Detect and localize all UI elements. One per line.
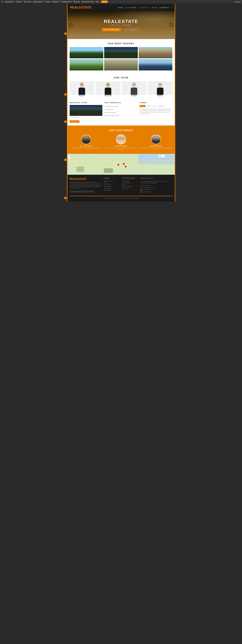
individual-level-title: INDIVIDUAL LEVEL (70, 102, 103, 104)
social-icon-stumble[interactable]: s (89, 190, 91, 193)
admin-link-people[interactable]: People (45, 1, 50, 3)
footer-pages-col: PAGES Additional Information Elements He… (104, 178, 120, 194)
nav-elements[interactable]: ELEMENTS (159, 7, 169, 8)
footer-page-0[interactable]: Additional Information (104, 180, 120, 182)
admin-link-reports[interactable]: Reports (74, 1, 80, 3)
social-icon-google[interactable]: g (83, 190, 85, 193)
admin-link-modules[interactable]: Modules (52, 1, 59, 3)
hero-next-arrow[interactable]: › (170, 23, 173, 27)
social-icon-twitter[interactable]: t (72, 190, 75, 193)
footer-page-4[interactable]: Nr. of Buildings (104, 188, 120, 189)
team-member-3: HENRY AGENT (148, 81, 172, 97)
nav-home[interactable]: HOME (118, 7, 123, 8)
house-card-6[interactable] (139, 59, 172, 70)
customer-avatar-1 (116, 134, 126, 144)
admin-link-advanced-help[interactable]: Advanced help (82, 1, 94, 3)
left-marker-3 (64, 120, 67, 123)
lorem-title: LOREM (140, 102, 172, 104)
footer-about-col: REALESTATE Sed ut perspiciatis unde omni… (70, 178, 102, 194)
footer-copyright: Copyright 2015. Template Design © Drupal… (70, 196, 172, 199)
house-card-1[interactable] (70, 47, 103, 58)
social-icon-youtube[interactable]: y (75, 190, 77, 193)
hero-question-button[interactable]: ASK A QUESTION (122, 28, 140, 32)
footer-menu-1[interactable]: Lorem ipsum dolor (122, 182, 138, 184)
footer-company-name: The Company Name Inc. (140, 185, 172, 186)
map-zoom-controls[interactable]: + − (68, 155, 70, 159)
footer: REALESTATE Sed ut perspiciatis unde omni… (68, 175, 175, 202)
elements-dropdown-icon[interactable]: ▾ (171, 7, 172, 8)
individual-level-image (70, 105, 103, 116)
three-col-section: INDIVIDUAL LEVEL Lorem ipsum dolor ENROL… (68, 100, 175, 126)
team-body-danny (131, 88, 137, 95)
tab-sale[interactable]: SALE (152, 105, 157, 107)
admin-link-dashboard[interactable]: Dashboard (5, 1, 14, 3)
team-role-1: AGENT (96, 96, 120, 97)
left-marker-5 (64, 197, 67, 199)
logout-link[interactable]: Log out (234, 1, 240, 3)
social-icon-pinterest[interactable]: p (81, 190, 83, 193)
footer-page-2[interactable]: Help our Agents (104, 184, 120, 185)
site-logo[interactable]: REALESTATE (70, 6, 91, 10)
team-head-helena (80, 83, 84, 87)
team-head-danny (132, 83, 136, 87)
footer-menu-4[interactable]: News titles etc (122, 188, 138, 189)
footer-logo[interactable]: REALESTATE (70, 178, 102, 180)
social-icon-facebook[interactable]: f (70, 190, 72, 193)
admin-link-help[interactable]: Help (95, 1, 99, 3)
navigation: REALESTATE HOME ALL HOUSES CONTACT US BL… (68, 4, 175, 11)
customer-avatar-2 (151, 134, 161, 144)
tab-rent[interactable]: RENT (146, 105, 151, 107)
social-icon-mail[interactable]: m (91, 190, 94, 193)
logo-part2: ESTATE (79, 6, 91, 9)
why-choose-title: WHY CHOOSE US (105, 102, 137, 104)
nav-all-houses[interactable]: ALL HOUSES (125, 7, 137, 8)
house-card-5[interactable] (104, 59, 138, 70)
footer-page-5[interactable]: Terms of testing (104, 190, 120, 191)
map-svg: Map (68, 154, 175, 175)
footer-address: 📍 175 Worth Street, New York (140, 187, 172, 189)
team-role-2: AGENT (122, 96, 147, 97)
customer-item-1: ZAPARA HUREK Porro harum scripta his ex.… (105, 134, 138, 150)
nav-blog[interactable]: BLOG (152, 7, 157, 8)
house-image-6 (139, 59, 172, 70)
admin-link-structure[interactable]: Structure (24, 1, 31, 3)
svg-rect-8 (77, 166, 84, 172)
house-card-4[interactable] (70, 59, 103, 70)
why-choose-col: WHY CHOOSE US LOREM IPSUM DOLOR 100% RES… (105, 102, 137, 123)
social-icon-linkedin[interactable]: in (78, 190, 80, 193)
team-name-2: DANNY (122, 95, 147, 96)
house-card-2[interactable] (104, 47, 138, 58)
footer-menu-title: FOOTER MENU (122, 178, 138, 179)
footer-page-1[interactable]: Elements (104, 182, 120, 184)
admin-link-configuration[interactable]: Configuration (61, 1, 72, 3)
hero-carousel-dot[interactable] (121, 37, 122, 38)
social-icon-rss[interactable]: r (86, 190, 88, 193)
footer-menu-3[interactable]: Minimum rental periods (122, 186, 138, 187)
footer-social-icons: f t y in p g r s m (70, 190, 102, 193)
customer-name-1: ZAPARA HUREK (105, 146, 138, 147)
admin-bar: ⚙ Dashboard Content Structure Appearance… (0, 0, 242, 3)
footer-grid: REALESTATE Sed ut perspiciatis unde omni… (70, 178, 172, 194)
house-card-3[interactable] (139, 47, 172, 58)
admin-badge[interactable]: admin (101, 0, 108, 3)
admin-link-content[interactable]: Content (16, 1, 22, 3)
hero-prev-arrow[interactable]: ‹ (69, 23, 73, 27)
tab-location[interactable]: LOCATION (157, 105, 165, 107)
why-item-2: WIDE EXPERIENCE (105, 111, 137, 114)
lorem-tabs: HOUSE RENT SALE LOCATION (140, 105, 172, 107)
footer-menu-2[interactable]: Houses (122, 184, 138, 185)
lorem-text: Lorem ipsum dolor sit amet, consectetur … (140, 108, 172, 114)
admin-link-appearance[interactable]: Appearance (33, 1, 43, 3)
footer-page-3[interactable]: Lorem ipsum dolor (104, 186, 120, 187)
logo-part1: REAL (70, 6, 79, 9)
best-houses-heading: OUR BEST HOUSES (70, 39, 172, 47)
tab-house[interactable]: HOUSE (140, 105, 145, 107)
hero-start-button[interactable]: START RIGHT NOW (102, 28, 121, 32)
team-photo-danny (122, 81, 147, 95)
footer-menu-0[interactable]: Our best agents (122, 180, 138, 182)
hero-section: ‹ REALESTATE DRUPAL THEME START RIGHT NO… (68, 11, 175, 39)
map-zoom-out[interactable]: − (69, 157, 70, 159)
nav-contact-us[interactable]: CONTACT US (139, 7, 150, 8)
enroll-button[interactable]: ENROLL (70, 120, 79, 123)
svg-text:Map: Map (159, 156, 161, 157)
